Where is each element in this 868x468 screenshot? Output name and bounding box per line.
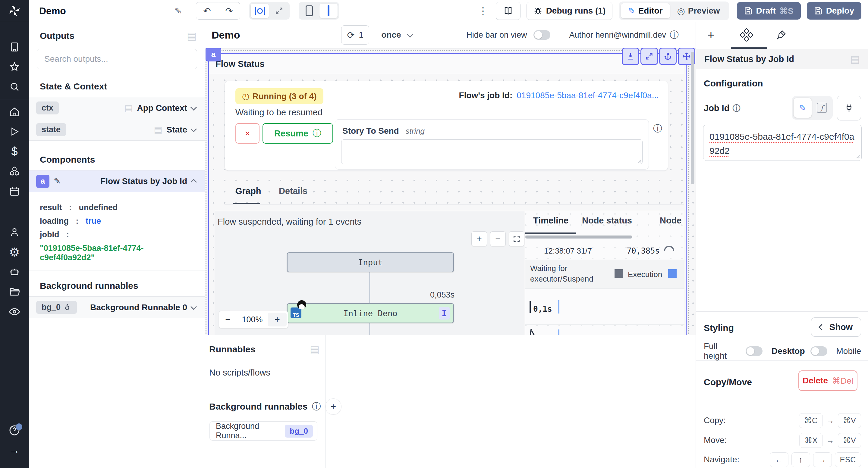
flow-node-input[interactable]: Input: [287, 253, 454, 272]
doc-icon[interactable]: ▤: [154, 125, 162, 134]
flow-node-inline-deno[interactable]: TS Inline Deno I: [287, 303, 454, 323]
prop-key[interactable]: result: [40, 203, 62, 212]
expand-down-button[interactable]: [622, 48, 639, 65]
docs-panel-icon[interactable]: ▤: [850, 54, 860, 64]
docs-panel-icon[interactable]: ▤: [310, 344, 319, 355]
workers-robot-icon[interactable]: [0, 262, 29, 282]
fullscreen-button[interactable]: [641, 48, 658, 65]
cancel-button[interactable]: ×: [236, 123, 259, 144]
tab-details[interactable]: Details: [279, 186, 307, 196]
component-settings-tab[interactable]: [738, 27, 755, 43]
inspector-header: Flow Status by Job Id ▤: [696, 49, 868, 69]
search-outputs-input[interactable]: [37, 54, 197, 64]
resume-button[interactable]: Resume ⓘ: [262, 123, 333, 144]
windmill-logo-icon[interactable]: [0, 0, 29, 22]
resize-grip-icon[interactable]: [855, 154, 860, 158]
folders-icon[interactable]: [0, 282, 29, 302]
add-background-runnable-button[interactable]: +: [325, 398, 341, 415]
info-icon: ⓘ: [313, 127, 321, 139]
flow-graph-area[interactable]: Flow suspended, waiting for 1 events + −…: [215, 211, 524, 335]
doc-icon[interactable]: ▤: [124, 104, 133, 113]
waiting-swatch: [615, 269, 623, 278]
static-input-mode-button[interactable]: ✎: [794, 98, 812, 118]
redo-button[interactable]: ↷: [218, 2, 240, 19]
ctx-row[interactable]: ctx ▤ App Context: [29, 97, 205, 119]
zoom-out-button[interactable]: −: [219, 314, 237, 325]
author-label: Author henri@windmill.dev ⓘ: [569, 29, 679, 41]
chevron-down-icon[interactable]: [190, 104, 197, 110]
active-tab-underline: [525, 233, 576, 234]
editor-tab[interactable]: ✎ Editor: [621, 3, 670, 19]
deploy-button[interactable]: Deploy: [807, 2, 861, 20]
insert-component-tab[interactable]: +: [703, 27, 719, 43]
runs-play-icon[interactable]: [0, 122, 29, 141]
story-textarea[interactable]: [341, 139, 643, 164]
show-styling-button[interactable]: Show: [811, 317, 861, 337]
graph-zoom-in-button[interactable]: +: [471, 231, 487, 246]
component-tag-badge[interactable]: a: [206, 48, 221, 61]
prop-key[interactable]: loading: [40, 216, 69, 226]
fullwidth-layout-button[interactable]: [270, 4, 288, 18]
job-id-textarea[interactable]: 0191085e-5baa-81ef-4774-c9ef4f0a92d2: [703, 125, 862, 161]
chevron-up-icon[interactable]: [190, 179, 197, 185]
docs-panel-icon[interactable]: ▤: [187, 31, 196, 41]
preview-tab[interactable]: ◎ Preview: [670, 3, 727, 19]
refresh-button[interactable]: ⟳ 1: [341, 25, 369, 44]
home-icon[interactable]: [0, 102, 29, 122]
background-runnable-item[interactable]: Background Runna... bg_0: [210, 421, 317, 441]
help-icon[interactable]: [0, 421, 29, 440]
tab-timeline[interactable]: Timeline: [533, 215, 568, 226]
audit-eye-icon[interactable]: [0, 302, 29, 322]
delete-component-button[interactable]: Delete ⌘Del: [798, 370, 858, 391]
global-styling-tab[interactable]: [773, 27, 789, 43]
expression-input-mode-button[interactable]: ƒ: [813, 98, 831, 118]
schedules-calendar-icon[interactable]: [0, 181, 29, 201]
chevron-down-icon[interactable]: [190, 304, 197, 310]
graph-zoom-out-button[interactable]: −: [490, 231, 506, 246]
mobile-view-button[interactable]: [300, 4, 318, 18]
canvas-vscrollbar[interactable]: [691, 52, 694, 184]
info-icon[interactable]: ⓘ: [653, 123, 662, 135]
settings-gear-icon[interactable]: ⚙: [0, 242, 29, 262]
state-row[interactable]: state ▤ State: [29, 119, 205, 141]
workspace-icon[interactable]: [0, 37, 29, 57]
prop-key[interactable]: jobId: [40, 230, 59, 239]
component-a-row[interactable]: a ✎ Flow Status by Job Id: [29, 170, 205, 192]
anchor-button[interactable]: [659, 48, 677, 65]
schedule-dropdown[interactable]: once: [381, 30, 414, 40]
undo-button[interactable]: ↶: [196, 2, 218, 19]
users-icon[interactable]: [0, 222, 29, 242]
info-icon[interactable]: ⓘ: [670, 29, 679, 41]
variables-dollar-icon[interactable]: $: [0, 141, 29, 161]
tab-node-more[interactable]: Node: [660, 215, 682, 226]
more-menu-icon[interactable]: ⋮: [478, 5, 488, 16]
total-duration: 70,385s: [627, 246, 660, 256]
connect-input-button[interactable]: [837, 96, 861, 121]
bg0-row[interactable]: bg_0 Background Runnable 0: [29, 296, 205, 318]
job-id-link[interactable]: 0191085e-5baa-81ef-4774-c9ef4f0a...: [517, 91, 659, 100]
docs-button[interactable]: [496, 2, 521, 20]
draft-button[interactable]: Draft ⌘S: [737, 2, 801, 20]
rename-pencil-icon[interactable]: ✎: [54, 176, 61, 186]
full-height-toggle[interactable]: [746, 346, 763, 356]
hide-bar-toggle[interactable]: [533, 30, 550, 40]
desktop-toggle[interactable]: [810, 346, 827, 356]
chevron-down-icon[interactable]: [190, 126, 197, 132]
canvas-grid[interactable]: a Flow Status ◷ Running (3 of 4): [205, 48, 695, 335]
timeline-hscrollbar[interactable]: [525, 235, 632, 238]
info-icon[interactable]: ⓘ: [733, 103, 740, 113]
collapse-arrow-icon[interactable]: →: [0, 440, 29, 460]
centered-layout-button[interactable]: [251, 4, 269, 18]
tab-node-status[interactable]: Node status: [582, 215, 632, 226]
tab-graph[interactable]: Graph: [236, 186, 261, 196]
debug-runs-button[interactable]: Debug runs (1): [527, 2, 613, 20]
edit-title-pencil-icon[interactable]: ✎: [175, 6, 182, 16]
graph-fullscreen-button[interactable]: [509, 231, 524, 246]
search-icon[interactable]: [0, 77, 29, 97]
info-icon[interactable]: ⓘ: [312, 401, 321, 413]
resources-cubes-icon[interactable]: [0, 161, 29, 181]
desktop-view-button[interactable]: [319, 4, 338, 18]
zoom-in-button[interactable]: +: [268, 312, 287, 327]
shortcut-copy-row: Copy: ⌘C → ⌘V: [704, 411, 861, 430]
favorites-star-icon[interactable]: [0, 57, 29, 77]
